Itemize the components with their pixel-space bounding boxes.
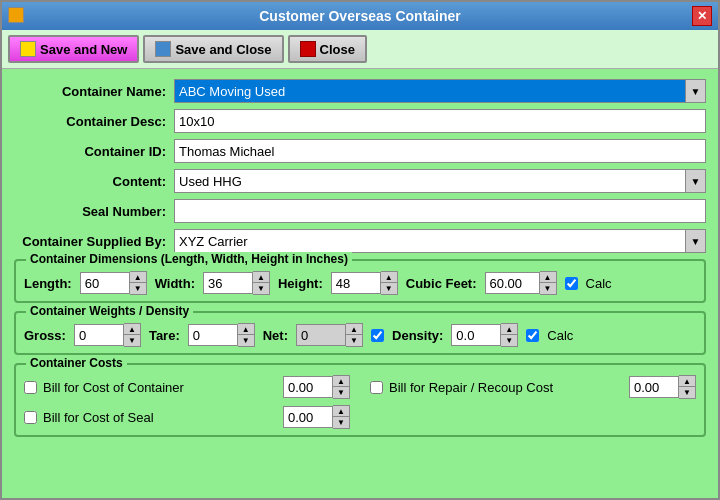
container-name-input[interactable]	[174, 79, 686, 103]
bill-seal-label: Bill for Cost of Seal	[43, 410, 154, 425]
bill-container-label: Bill for Cost of Container	[43, 380, 184, 395]
density-calc-checkbox[interactable]	[526, 329, 539, 342]
length-input[interactable]	[80, 272, 130, 294]
dims-calc-label: Calc	[586, 276, 612, 291]
net-label: Net:	[263, 328, 288, 343]
window-title: Customer Overseas Container	[259, 8, 461, 24]
save-new-icon	[20, 41, 36, 57]
container-supplied-row: Container Supplied By: ▼	[14, 229, 706, 253]
bill-container-down[interactable]: ▼	[333, 387, 349, 398]
density-up[interactable]: ▲	[501, 324, 517, 335]
density-spinner: ▲ ▼	[451, 323, 518, 347]
width-label: Width:	[155, 276, 195, 291]
height-spinner: ▲ ▼	[331, 271, 398, 295]
length-up[interactable]: ▲	[130, 272, 146, 283]
container-name-label: Container Name:	[14, 84, 174, 99]
costs-legend: Container Costs	[26, 356, 127, 370]
net-down[interactable]: ▼	[346, 335, 362, 346]
tare-spinner: ▲ ▼	[188, 323, 255, 347]
content-input[interactable]	[174, 169, 686, 193]
bill-container-input[interactable]	[283, 376, 333, 398]
close-label: Close	[320, 42, 355, 57]
density-down[interactable]: ▼	[501, 335, 517, 346]
bill-seal-down[interactable]: ▼	[333, 417, 349, 428]
save-close-icon	[155, 41, 171, 57]
tare-label: Tare:	[149, 328, 180, 343]
tare-down[interactable]: ▼	[238, 335, 254, 346]
content-row: Content: ▼	[14, 169, 706, 193]
bill-seal-row: Bill for Cost of Seal ▲ ▼	[24, 405, 350, 429]
dims-calc-checkbox[interactable]	[565, 277, 578, 290]
bill-repair-input[interactable]	[629, 376, 679, 398]
dimensions-row: Length: ▲ ▼ Width: ▲ ▼ Height:	[24, 271, 696, 295]
cubic-feet-label: Cubic Feet:	[406, 276, 477, 291]
bill-container-up[interactable]: ▲	[333, 376, 349, 387]
gross-up[interactable]: ▲	[124, 324, 140, 335]
length-spinner: ▲ ▼	[80, 271, 147, 295]
weights-row: Gross: ▲ ▼ Tare: ▲ ▼ Net:	[24, 323, 696, 347]
container-supplied-label: Container Supplied By:	[14, 234, 174, 249]
save-new-label: Save and New	[40, 42, 127, 57]
seal-number-row: Seal Number:	[14, 199, 706, 223]
net-checkbox[interactable]	[371, 329, 384, 342]
bill-repair-down[interactable]: ▼	[679, 387, 695, 398]
bill-seal-checkbox[interactable]	[24, 411, 37, 424]
bill-repair-checkbox[interactable]	[370, 381, 383, 394]
gross-input[interactable]	[74, 324, 124, 346]
bill-container-checkbox[interactable]	[24, 381, 37, 394]
container-desc-row: Container Desc:	[14, 109, 706, 133]
gross-down[interactable]: ▼	[124, 335, 140, 346]
bill-repair-up[interactable]: ▲	[679, 376, 695, 387]
cubic-feet-up[interactable]: ▲	[540, 272, 556, 283]
width-input[interactable]	[203, 272, 253, 294]
cubic-feet-down[interactable]: ▼	[540, 283, 556, 294]
form-content: Container Name: ▼ Container Desc: Contai…	[2, 69, 718, 498]
height-up[interactable]: ▲	[381, 272, 397, 283]
container-supplied-input[interactable]	[174, 229, 686, 253]
cubic-feet-spinner: ▲ ▼	[485, 271, 557, 295]
save-new-button[interactable]: Save and New	[8, 35, 139, 63]
seal-number-input[interactable]	[174, 199, 706, 223]
seal-number-label: Seal Number:	[14, 204, 174, 219]
density-input[interactable]	[451, 324, 501, 346]
length-down[interactable]: ▼	[130, 283, 146, 294]
weights-legend: Container Weights / Density	[26, 304, 193, 318]
window: Customer Overseas Container ✕ Save and N…	[0, 0, 720, 500]
height-input[interactable]	[331, 272, 381, 294]
container-desc-input[interactable]	[174, 109, 706, 133]
bill-seal-up[interactable]: ▲	[333, 406, 349, 417]
window-close-button[interactable]: ✕	[692, 6, 712, 26]
close-icon	[300, 41, 316, 57]
bill-seal-input[interactable]	[283, 406, 333, 428]
costs-section: Container Costs Bill for Cost of Contain…	[14, 363, 706, 437]
dimensions-section: Container Dimensions (Length, Width, Hei…	[14, 259, 706, 303]
content-dropdown[interactable]: ▼	[686, 169, 706, 193]
cubic-feet-input[interactable]	[485, 272, 540, 294]
bill-repair-label: Bill for Repair / Recoup Cost	[389, 380, 553, 395]
container-name-row: Container Name: ▼	[14, 79, 706, 103]
gross-label: Gross:	[24, 328, 66, 343]
container-id-input[interactable]	[174, 139, 706, 163]
close-button[interactable]: Close	[288, 35, 367, 63]
container-supplied-dropdown[interactable]: ▼	[686, 229, 706, 253]
width-down[interactable]: ▼	[253, 283, 269, 294]
density-label: Density:	[392, 328, 443, 343]
save-close-button[interactable]: Save and Close	[143, 35, 283, 63]
toolbar: Save and New Save and Close Close	[2, 30, 718, 69]
net-up[interactable]: ▲	[346, 324, 362, 335]
tare-up[interactable]: ▲	[238, 324, 254, 335]
density-calc-label: Calc	[547, 328, 573, 343]
container-name-dropdown[interactable]: ▼	[686, 79, 706, 103]
dimensions-legend: Container Dimensions (Length, Width, Hei…	[26, 252, 352, 266]
bill-repair-row: Bill for Repair / Recoup Cost ▲ ▼	[370, 375, 696, 399]
net-input[interactable]	[296, 324, 346, 346]
weights-section: Container Weights / Density Gross: ▲ ▼ T…	[14, 311, 706, 355]
net-spinner: ▲ ▼	[296, 323, 363, 347]
height-label: Height:	[278, 276, 323, 291]
gross-spinner: ▲ ▼	[74, 323, 141, 347]
width-up[interactable]: ▲	[253, 272, 269, 283]
title-bar: Customer Overseas Container ✕	[2, 2, 718, 30]
tare-input[interactable]	[188, 324, 238, 346]
height-down[interactable]: ▼	[381, 283, 397, 294]
window-icon	[8, 7, 24, 23]
